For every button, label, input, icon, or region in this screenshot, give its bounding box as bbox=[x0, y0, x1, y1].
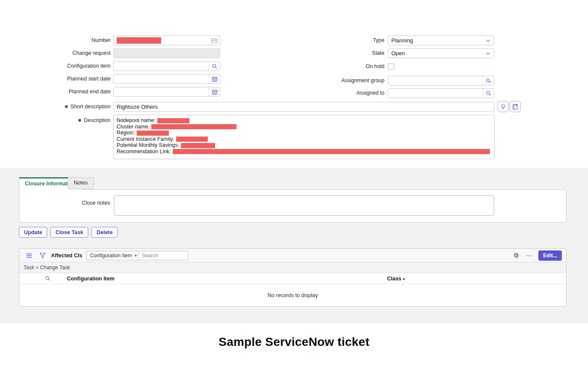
assigned-to-value[interactable] bbox=[388, 89, 483, 98]
planned-start-date-value[interactable] bbox=[114, 74, 209, 83]
empty-state-message: No records to display bbox=[19, 284, 566, 307]
caret-down-icon: ▾ bbox=[403, 277, 405, 281]
planned-start-date-label: Planned start date bbox=[9, 74, 111, 84]
tab-notes[interactable]: Notes bbox=[68, 177, 94, 189]
calendar-icon bbox=[212, 89, 218, 95]
planned-end-date-value[interactable] bbox=[114, 87, 209, 96]
short-description-label: ✱Short description bbox=[9, 102, 111, 112]
image-caption: Sample ServiceNow ticket bbox=[0, 335, 588, 349]
calendar-icon bbox=[212, 76, 218, 82]
lightbulb-icon bbox=[500, 104, 506, 110]
redacted-text bbox=[137, 131, 169, 136]
knowledge-book-button[interactable] bbox=[510, 101, 521, 112]
related-list-title: Affected CIs bbox=[51, 253, 82, 259]
planned-end-date-label: Planned end date bbox=[9, 87, 111, 97]
number-value bbox=[114, 36, 209, 45]
planned-start-date-calendar-button[interactable] bbox=[209, 74, 220, 83]
configuration-item-field[interactable] bbox=[113, 61, 220, 71]
servicenow-ticket-page: Number Change request Configuration item… bbox=[0, 0, 588, 381]
chevron-down-icon bbox=[486, 52, 490, 55]
description-line: Nodepool name: bbox=[117, 117, 491, 124]
collapse-minus-icon[interactable]: — bbox=[526, 253, 531, 258]
column-search-icon[interactable] bbox=[45, 276, 51, 283]
state-select[interactable]: Open bbox=[388, 48, 494, 58]
caret-down-icon: ▾ bbox=[135, 253, 137, 258]
short-description-value[interactable]: Rightsize Others bbox=[114, 102, 494, 111]
menu-hamburger-icon[interactable] bbox=[26, 253, 32, 258]
change-request-field bbox=[113, 48, 220, 58]
short-description-field[interactable]: Rightsize Others bbox=[113, 102, 495, 112]
update-button[interactable]: Update bbox=[19, 227, 47, 238]
column-header-class[interactable]: Class▾ bbox=[387, 273, 405, 285]
reference-card-icon[interactable] bbox=[209, 36, 220, 45]
number-field[interactable] bbox=[113, 36, 220, 45]
assigned-to-field[interactable] bbox=[388, 88, 494, 98]
state-label: State bbox=[283, 48, 384, 58]
description-line: Potential Monthly Savings: bbox=[117, 142, 491, 149]
assignment-group-label: Assignment group bbox=[283, 76, 384, 86]
search-field-selector-value: Configuration Item ( bbox=[90, 253, 133, 259]
description-line: Recommendation Link: bbox=[117, 149, 491, 155]
type-selected-value: Planning bbox=[388, 36, 486, 45]
assigned-to-lookup-button[interactable] bbox=[483, 89, 494, 98]
affected-cis-related-list: Affected CIs Configuration Item ( ▾ ⚙ — … bbox=[19, 248, 567, 307]
planned-end-date-calendar-button[interactable] bbox=[209, 87, 220, 96]
assignment-group-lookup-button[interactable] bbox=[483, 76, 494, 85]
gear-icon[interactable]: ⚙ bbox=[513, 252, 519, 259]
required-icon: ✱ bbox=[64, 104, 68, 109]
assigned-to-label: Assigned to bbox=[283, 88, 384, 98]
redacted-text bbox=[176, 137, 208, 142]
description-line: Current Instance Family: bbox=[117, 136, 491, 143]
chevron-down-icon bbox=[486, 39, 490, 42]
close-notes-label: Close notes bbox=[26, 198, 110, 208]
search-field-selector[interactable]: Configuration Item ( ▾ bbox=[87, 251, 139, 260]
edit-button[interactable]: Edit... bbox=[538, 250, 562, 261]
related-list-search-input[interactable] bbox=[139, 251, 188, 260]
state-selected-value: Open bbox=[388, 49, 486, 58]
related-list-breadcrumb: Task = Change Task bbox=[19, 262, 566, 273]
planned-start-date-field[interactable] bbox=[113, 74, 220, 84]
suggestion-lightbulb-button[interactable] bbox=[498, 101, 509, 112]
description-line: Region: bbox=[117, 130, 491, 136]
type-label: Type bbox=[283, 36, 384, 45]
close-task-button[interactable]: Close Task bbox=[50, 227, 88, 238]
on-hold-checkbox[interactable] bbox=[388, 63, 394, 70]
type-select[interactable]: Planning bbox=[388, 36, 494, 45]
close-notes-textarea[interactable] bbox=[114, 195, 494, 216]
change-request-label: Change request bbox=[9, 48, 111, 58]
on-hold-label: On hold bbox=[283, 62, 384, 71]
related-list-toolbar: Affected CIs Configuration Item ( ▾ ⚙ — … bbox=[19, 249, 566, 262]
search-icon bbox=[212, 63, 218, 69]
assignment-group-field[interactable] bbox=[388, 76, 494, 86]
description-line: Cluster name: bbox=[117, 124, 491, 130]
search-icon bbox=[486, 90, 492, 96]
book-icon bbox=[512, 104, 518, 110]
related-list-header-row: Configuration Item Class▾ bbox=[19, 273, 566, 284]
number-label: Number bbox=[9, 36, 111, 45]
redacted-text bbox=[181, 143, 215, 148]
planned-end-date-field[interactable] bbox=[113, 87, 220, 97]
required-icon: ✱ bbox=[78, 118, 81, 123]
delete-button[interactable]: Delete bbox=[91, 227, 118, 238]
configuration-item-label: Configuration item bbox=[9, 61, 111, 71]
redacted-text bbox=[151, 124, 237, 129]
configuration-item-value[interactable] bbox=[114, 62, 209, 71]
filter-funnel-icon[interactable] bbox=[39, 253, 46, 259]
closure-information-panel: Close notes bbox=[19, 189, 567, 223]
description-label: ✱Description bbox=[9, 116, 111, 125]
redacted-text bbox=[173, 149, 490, 154]
redacted-number-value bbox=[117, 37, 161, 44]
assignment-group-value[interactable] bbox=[388, 76, 483, 85]
form-action-bar: Update Close Task Delete bbox=[19, 227, 118, 238]
search-icon bbox=[486, 78, 492, 84]
redacted-text bbox=[157, 118, 189, 123]
configuration-item-lookup-button[interactable] bbox=[209, 62, 220, 71]
description-field[interactable]: Nodepool name: Cluster name: Region: Cur… bbox=[113, 115, 495, 159]
column-header-configuration-item[interactable]: Configuration Item bbox=[67, 273, 114, 284]
